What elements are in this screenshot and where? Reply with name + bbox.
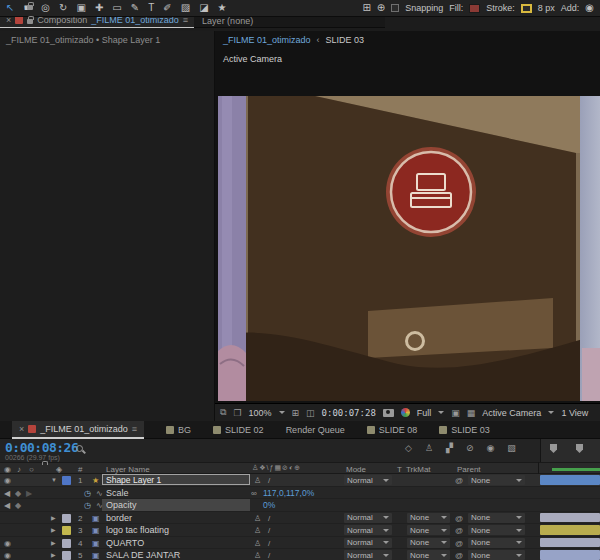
toolbar-extra-icon[interactable]: ⊕ [377, 3, 385, 13]
puppet-pin-tool[interactable]: ★ [218, 3, 227, 13]
breadcrumb-comp-root[interactable]: _FILME 01_otimizado [223, 35, 311, 45]
lock-icon[interactable] [27, 19, 33, 24]
layer-duration-bar[interactable] [540, 475, 600, 485]
pickwhip-icon[interactable]: @ [455, 525, 463, 536]
mode-dropdown[interactable]: Normal [344, 513, 392, 523]
label-color-chip[interactable] [62, 514, 71, 523]
keyframe-prev-icon[interactable]: ◀ [4, 488, 10, 499]
orbit-camera-tool[interactable]: ↻ [59, 3, 67, 13]
draft-3d-icon[interactable]: ◇ [405, 443, 412, 453]
layer-duration-bar[interactable] [540, 525, 600, 535]
trkmat-dropdown[interactable]: None [407, 538, 450, 548]
magnification-icon[interactable]: ❐ [233, 408, 241, 418]
selection-tool[interactable]: ↖ [6, 3, 14, 13]
graph-icon[interactable]: ∿ [96, 500, 103, 511]
fast-previews-icon[interactable]: ▦ [467, 408, 476, 418]
fill-color-swatch[interactable] [469, 4, 480, 13]
keyframe-prev-icon[interactable]: ◀ [4, 500, 10, 511]
shy-icon[interactable]: ♙ [254, 538, 261, 549]
property-name[interactable]: Scale [106, 488, 129, 499]
tab-bg[interactable]: BG [166, 425, 191, 435]
parent-dropdown[interactable]: None [468, 525, 525, 535]
twirl-icon[interactable]: ▶ [51, 525, 56, 536]
layer-row-quarto[interactable]: ◉ ▶ 4 ▣ QUARTO ♙ / Normal None @ None [0, 537, 600, 550]
tab-slide-02[interactable]: SLIDE 02 [213, 425, 264, 435]
property-row-opacity[interactable]: ◀ ◆ ◷ ∿ Opacity 0% [0, 499, 600, 512]
frame-blend-icon[interactable]: ▞ [446, 443, 453, 453]
graph-editor-icon[interactable]: ▧ [507, 443, 516, 453]
eye-icon[interactable]: ◉ [4, 550, 11, 560]
parent-dropdown[interactable]: None [468, 475, 525, 485]
layer-row-border[interactable]: ▶ 2 ▣ border ♙ / Normal None @ None [0, 512, 600, 525]
twirl-open-icon[interactable]: ▼ [51, 475, 57, 486]
trkmat-dropdown[interactable]: None [407, 525, 450, 535]
layer-row-logo-tac-floating[interactable]: ▶ 3 ▣ logo tac floating ♙ / Normal None … [0, 524, 600, 537]
panel-menu-icon[interactable]: ≡ [132, 424, 137, 434]
layer-name[interactable]: border [106, 513, 132, 524]
zoom-level-dropdown[interactable]: 100% [249, 408, 272, 418]
label-color-chip[interactable] [62, 476, 71, 485]
pickwhip-icon[interactable]: @ [455, 513, 463, 524]
eye-icon[interactable]: ◉ [4, 538, 11, 549]
search-icon[interactable] [76, 445, 83, 452]
mode-dropdown[interactable]: Normal [344, 550, 392, 560]
twirl-icon[interactable]: ▶ [51, 538, 56, 549]
graph-icon[interactable]: ∿ [96, 488, 103, 499]
stroke-color-swatch[interactable] [521, 4, 532, 13]
keyframe-icon[interactable]: ◆ [15, 500, 21, 511]
layer-name[interactable]: QUARTO [106, 538, 144, 549]
comp-marker-icon[interactable] [550, 444, 557, 453]
mode-dropdown[interactable]: Normal [344, 525, 392, 535]
layer-name[interactable]: SALA DE JANTAR [106, 550, 180, 560]
stopwatch-icon[interactable]: ◷ [84, 488, 91, 499]
work-area-bar[interactable] [552, 468, 600, 471]
toolbar-extra-icon[interactable]: ⊞ [362, 3, 370, 13]
auto-keyframe-icon[interactable]: ◉ [486, 443, 494, 453]
lock-icon[interactable] [27, 5, 33, 10]
layer-row-shape-layer-1[interactable]: ◉ ▼ 1 ★ Shape Layer 1 ♙ / Normal @ None [0, 474, 600, 487]
stopwatch-icon[interactable]: ◷ [84, 500, 91, 511]
brush-tool[interactable]: ✐ [163, 3, 171, 13]
channel-wheel-icon[interactable] [401, 408, 410, 417]
view-layout-dropdown[interactable]: 1 View [561, 408, 588, 418]
zoom-tool[interactable]: ◎ [41, 3, 50, 13]
keyframe-next-icon[interactable]: ▶ [26, 488, 32, 499]
resolution-dropdown[interactable]: Full [417, 408, 432, 418]
layer-duration-bar[interactable] [540, 538, 600, 548]
mode-dropdown[interactable]: Normal [344, 538, 392, 548]
hide-shy-icon[interactable]: ♙ [425, 443, 433, 453]
tab-timeline-active[interactable]: × _FILME 01_otimizado ≡ [12, 421, 144, 439]
layer-duration-bar[interactable] [540, 550, 600, 560]
tv-room-badge[interactable] [386, 147, 476, 237]
eye-icon[interactable]: ◉ [4, 475, 11, 486]
twirl-icon[interactable]: ▶ [51, 513, 56, 524]
twirl-icon[interactable]: ▶ [51, 550, 56, 560]
quality-icon[interactable]: / [268, 550, 270, 560]
shy-icon[interactable]: ♙ [254, 513, 261, 524]
label-color-chip[interactable] [62, 551, 71, 560]
pickwhip-icon[interactable]: @ [455, 538, 463, 549]
layer-row-sala-de-jantar[interactable]: ◉ ▶ 5 ▣ SALA DE JANTAR ♙ / Normal None @… [0, 549, 600, 560]
tab-slide-08[interactable]: SLIDE 08 [367, 425, 418, 435]
pen-tool[interactable]: ✎ [131, 3, 139, 13]
shy-icon[interactable]: ♙ [254, 525, 261, 536]
preview-timecode[interactable]: 0:00:07:28 [322, 408, 376, 418]
snapping-checkbox[interactable] [391, 4, 399, 12]
safe-margins-icon[interactable]: ◫ [306, 408, 315, 418]
motion-blur-icon[interactable]: ⊘ [466, 443, 474, 453]
shy-icon[interactable]: ♙ [254, 550, 261, 560]
always-preview-icon[interactable]: ⧉ [220, 407, 226, 418]
layer-duration-bar[interactable] [540, 513, 600, 523]
quality-icon[interactable]: / [268, 513, 270, 524]
pickwhip-icon[interactable]: @ [455, 475, 463, 486]
type-tool[interactable]: T [148, 3, 154, 13]
layer-name[interactable]: logo tac floating [106, 525, 169, 536]
clone-stamp-tool[interactable]: ▨ [181, 3, 190, 13]
quality-icon[interactable]: / [268, 538, 270, 549]
quality-icon[interactable]: / [268, 475, 270, 486]
mode-dropdown[interactable]: Normal [344, 475, 392, 485]
pickwhip-icon[interactable]: @ [455, 550, 463, 560]
comp-marker-icon[interactable] [576, 444, 583, 453]
shape-tool[interactable]: ▭ [112, 3, 121, 13]
trkmat-dropdown[interactable]: None [407, 513, 450, 523]
